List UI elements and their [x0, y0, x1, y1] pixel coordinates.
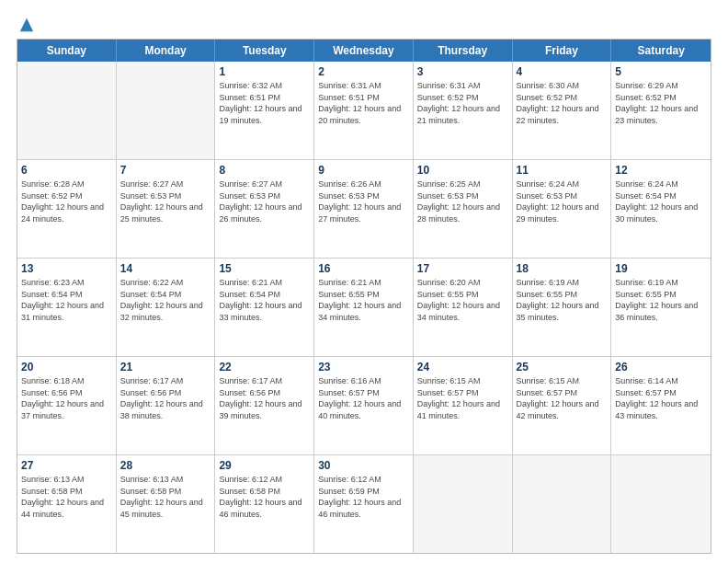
calendar-cell: 22Sunrise: 6:17 AM Sunset: 6:56 PM Dayli…: [215, 357, 314, 454]
calendar-cell: 25Sunrise: 6:15 AM Sunset: 6:57 PM Dayli…: [513, 357, 612, 454]
calendar-cell: 27Sunrise: 6:13 AM Sunset: 6:58 PM Dayli…: [17, 455, 117, 553]
day-number: 18: [517, 261, 608, 276]
day-number: 4: [517, 64, 608, 79]
calendar-cell: 21Sunrise: 6:17 AM Sunset: 6:56 PM Dayli…: [117, 357, 216, 454]
calendar-cell: 5Sunrise: 6:29 AM Sunset: 6:52 PM Daylig…: [611, 62, 711, 159]
sun-info: Sunrise: 6:32 AM Sunset: 6:51 PM Dayligh…: [219, 80, 310, 126]
header-day-monday: Monday: [117, 40, 216, 62]
calendar-cell: 2Sunrise: 6:31 AM Sunset: 6:51 PM Daylig…: [314, 62, 414, 159]
sun-info: Sunrise: 6:30 AM Sunset: 6:52 PM Dayligh…: [517, 80, 608, 126]
day-number: 22: [219, 360, 310, 374]
sun-info: Sunrise: 6:22 AM Sunset: 6:54 PM Dayligh…: [120, 277, 211, 323]
sun-info: Sunrise: 6:13 AM Sunset: 6:58 PM Dayligh…: [21, 474, 112, 520]
sun-info: Sunrise: 6:19 AM Sunset: 6:55 PM Dayligh…: [517, 277, 608, 323]
sun-info: Sunrise: 6:31 AM Sunset: 6:51 PM Dayligh…: [318, 80, 409, 126]
calendar: SundayMondayTuesdayWednesdayThursdayFrid…: [17, 39, 711, 554]
page: SundayMondayTuesdayWednesdayThursdayFrid…: [0, 0, 728, 563]
calendar-cell: 4Sunrise: 6:30 AM Sunset: 6:52 PM Daylig…: [513, 62, 612, 159]
calendar-cell: 11Sunrise: 6:24 AM Sunset: 6:53 PM Dayli…: [513, 160, 612, 258]
day-number: 14: [120, 261, 211, 276]
sun-info: Sunrise: 6:27 AM Sunset: 6:53 PM Dayligh…: [120, 178, 211, 224]
sun-info: Sunrise: 6:31 AM Sunset: 6:52 PM Dayligh…: [417, 80, 508, 126]
sun-info: Sunrise: 6:25 AM Sunset: 6:53 PM Dayligh…: [417, 178, 508, 224]
header-day-sunday: Sunday: [17, 40, 117, 62]
calendar-cell: 12Sunrise: 6:24 AM Sunset: 6:54 PM Dayli…: [611, 160, 711, 258]
header-day-tuesday: Tuesday: [215, 40, 314, 62]
sun-info: Sunrise: 6:17 AM Sunset: 6:56 PM Dayligh…: [120, 375, 211, 421]
day-number: 7: [120, 163, 211, 178]
day-number: 24: [417, 360, 508, 374]
day-number: 12: [615, 163, 707, 178]
calendar-row-0: 1Sunrise: 6:32 AM Sunset: 6:51 PM Daylig…: [17, 62, 711, 159]
day-number: 19: [615, 261, 707, 276]
sun-info: Sunrise: 6:12 AM Sunset: 6:58 PM Dayligh…: [219, 474, 310, 520]
day-number: 11: [517, 163, 608, 178]
calendar-cell: [17, 62, 117, 159]
calendar-cell: 10Sunrise: 6:25 AM Sunset: 6:53 PM Dayli…: [414, 160, 513, 258]
day-number: 6: [21, 163, 112, 178]
logo: [17, 17, 33, 29]
sun-info: Sunrise: 6:21 AM Sunset: 6:54 PM Dayligh…: [219, 277, 310, 323]
calendar-cell: 9Sunrise: 6:26 AM Sunset: 6:53 PM Daylig…: [314, 160, 414, 258]
sun-info: Sunrise: 6:13 AM Sunset: 6:58 PM Dayligh…: [120, 474, 211, 520]
day-number: 28: [120, 458, 211, 473]
calendar-body: 1Sunrise: 6:32 AM Sunset: 6:51 PM Daylig…: [17, 62, 711, 553]
sun-info: Sunrise: 6:29 AM Sunset: 6:52 PM Dayligh…: [615, 80, 707, 126]
calendar-cell: 14Sunrise: 6:22 AM Sunset: 6:54 PM Dayli…: [117, 259, 216, 356]
day-number: 26: [615, 360, 707, 374]
calendar-cell: 7Sunrise: 6:27 AM Sunset: 6:53 PM Daylig…: [117, 160, 216, 258]
day-number: 16: [318, 261, 409, 276]
calendar-cell: 6Sunrise: 6:28 AM Sunset: 6:52 PM Daylig…: [17, 160, 117, 258]
svg-marker-0: [20, 18, 33, 31]
day-number: 25: [517, 360, 608, 374]
day-number: 20: [21, 360, 112, 374]
sun-info: Sunrise: 6:20 AM Sunset: 6:55 PM Dayligh…: [417, 277, 508, 323]
day-number: 15: [219, 261, 310, 276]
calendar-cell: 15Sunrise: 6:21 AM Sunset: 6:54 PM Dayli…: [215, 259, 314, 356]
header-day-thursday: Thursday: [414, 40, 513, 62]
day-number: 5: [615, 64, 707, 79]
calendar-cell: 23Sunrise: 6:16 AM Sunset: 6:57 PM Dayli…: [314, 357, 414, 454]
day-number: 3: [417, 64, 508, 79]
logo-icon: [18, 17, 35, 33]
sun-info: Sunrise: 6:26 AM Sunset: 6:53 PM Dayligh…: [318, 178, 409, 224]
calendar-row-1: 6Sunrise: 6:28 AM Sunset: 6:52 PM Daylig…: [17, 159, 711, 258]
day-number: 8: [219, 163, 310, 178]
day-number: 17: [417, 261, 508, 276]
sun-info: Sunrise: 6:14 AM Sunset: 6:57 PM Dayligh…: [615, 375, 707, 421]
calendar-cell: [611, 455, 711, 553]
sun-info: Sunrise: 6:15 AM Sunset: 6:57 PM Dayligh…: [417, 375, 508, 421]
sun-info: Sunrise: 6:16 AM Sunset: 6:57 PM Dayligh…: [318, 375, 409, 421]
sun-info: Sunrise: 6:28 AM Sunset: 6:52 PM Dayligh…: [21, 178, 112, 224]
header-day-wednesday: Wednesday: [314, 40, 414, 62]
calendar-cell: 8Sunrise: 6:27 AM Sunset: 6:53 PM Daylig…: [215, 160, 314, 258]
calendar-cell: 24Sunrise: 6:15 AM Sunset: 6:57 PM Dayli…: [414, 357, 513, 454]
calendar-row-2: 13Sunrise: 6:23 AM Sunset: 6:54 PM Dayli…: [17, 258, 711, 356]
sun-info: Sunrise: 6:24 AM Sunset: 6:54 PM Dayligh…: [615, 178, 707, 224]
sun-info: Sunrise: 6:23 AM Sunset: 6:54 PM Dayligh…: [21, 277, 112, 323]
day-number: 1: [219, 64, 310, 79]
day-number: 9: [318, 163, 409, 178]
calendar-cell: 16Sunrise: 6:21 AM Sunset: 6:55 PM Dayli…: [314, 259, 414, 356]
sun-info: Sunrise: 6:19 AM Sunset: 6:55 PM Dayligh…: [615, 277, 707, 323]
calendar-header: SundayMondayTuesdayWednesdayThursdayFrid…: [17, 40, 711, 62]
calendar-cell: [117, 62, 216, 159]
calendar-row-4: 27Sunrise: 6:13 AM Sunset: 6:58 PM Dayli…: [17, 454, 711, 553]
header-day-saturday: Saturday: [611, 40, 711, 62]
sun-info: Sunrise: 6:21 AM Sunset: 6:55 PM Dayligh…: [318, 277, 409, 323]
day-number: 10: [417, 163, 508, 178]
day-number: 30: [318, 458, 409, 473]
header-day-friday: Friday: [513, 40, 612, 62]
sun-info: Sunrise: 6:24 AM Sunset: 6:53 PM Dayligh…: [517, 178, 608, 224]
calendar-cell: 13Sunrise: 6:23 AM Sunset: 6:54 PM Dayli…: [17, 259, 117, 356]
day-number: 2: [318, 64, 409, 79]
sun-info: Sunrise: 6:18 AM Sunset: 6:56 PM Dayligh…: [21, 375, 112, 421]
calendar-cell: [513, 455, 612, 553]
sun-info: Sunrise: 6:17 AM Sunset: 6:56 PM Dayligh…: [219, 375, 310, 421]
calendar-cell: 18Sunrise: 6:19 AM Sunset: 6:55 PM Dayli…: [513, 259, 612, 356]
calendar-cell: 1Sunrise: 6:32 AM Sunset: 6:51 PM Daylig…: [215, 62, 314, 159]
calendar-cell: 26Sunrise: 6:14 AM Sunset: 6:57 PM Dayli…: [611, 357, 711, 454]
calendar-cell: 29Sunrise: 6:12 AM Sunset: 6:58 PM Dayli…: [215, 455, 314, 553]
day-number: 13: [21, 261, 112, 276]
header: [17, 17, 711, 29]
